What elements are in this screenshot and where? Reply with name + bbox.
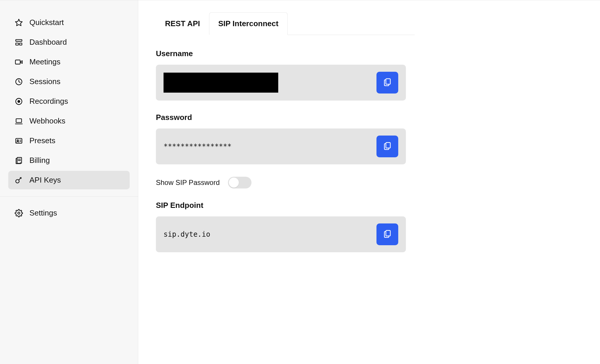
copy-icon (383, 229, 392, 240)
copy-icon (383, 141, 392, 152)
key-icon (15, 176, 23, 184)
sidebar-main-group: Quickstart Dashboard Meetings Sessions R (0, 9, 138, 193)
password-block: **************** (156, 128, 406, 164)
svg-rect-2 (16, 43, 19, 45)
tab-sip-interconnect[interactable]: SIP Interconnect (209, 12, 288, 35)
sidebar-item-dashboard[interactable]: Dashboard (8, 33, 130, 51)
star-icon (15, 19, 23, 27)
sidebar-item-webhooks[interactable]: Webhooks (8, 112, 130, 130)
record-icon (15, 97, 23, 106)
password-value: **************** (164, 142, 231, 151)
show-password-row: Show SIP Password (156, 177, 582, 188)
sidebar-item-label: Settings (29, 208, 57, 218)
sidebar-item-meetings[interactable]: Meetings (8, 53, 130, 71)
sidebar-item-label: Billing (29, 156, 50, 165)
tabs: REST API SIP Interconnect (156, 12, 415, 35)
sidebar-footer-group: Settings (0, 200, 138, 226)
laptop-icon (15, 117, 23, 125)
svg-rect-21 (386, 143, 390, 148)
username-label: Username (156, 49, 582, 58)
sidebar-item-presets[interactable]: Presets (8, 131, 130, 150)
password-label: Password (156, 113, 582, 122)
copy-endpoint-button[interactable] (376, 223, 398, 245)
clock-icon (15, 78, 23, 86)
sidebar-item-quickstart[interactable]: Quickstart (8, 13, 130, 32)
sidebar-item-label: Presets (29, 136, 55, 145)
billing-icon (15, 156, 23, 165)
svg-point-8 (17, 100, 20, 103)
sidebar-item-sessions[interactable]: Sessions (8, 72, 130, 91)
sidebar-item-label: Quickstart (29, 18, 64, 27)
endpoint-value: sip.dyte.io (164, 230, 210, 238)
grid-icon (15, 38, 23, 46)
show-password-label: Show SIP Password (156, 178, 220, 187)
sidebar-item-label: Dashboard (29, 38, 67, 47)
main-content: REST API SIP Interconnect Username Passw… (138, 0, 600, 364)
sidebar-item-label: Sessions (29, 77, 61, 86)
username-value (164, 73, 278, 93)
show-password-toggle[interactable] (228, 177, 251, 188)
sidebar-item-label: Meetings (29, 57, 61, 66)
sidebar-item-settings[interactable]: Settings (8, 204, 130, 222)
video-icon (15, 58, 23, 66)
id-icon (15, 137, 23, 145)
sidebar-divider (0, 196, 138, 197)
svg-point-19 (18, 212, 20, 214)
copy-password-button[interactable] (376, 136, 398, 157)
tab-rest-api[interactable]: REST API (156, 12, 209, 35)
copy-icon (383, 77, 392, 88)
svg-marker-0 (15, 19, 22, 26)
svg-rect-20 (386, 79, 390, 84)
svg-rect-4 (15, 60, 20, 64)
gear-icon (15, 209, 23, 217)
sidebar-item-label: Recordings (29, 97, 68, 106)
sidebar-item-label: Webhooks (29, 116, 65, 126)
copy-username-button[interactable] (376, 72, 398, 93)
sidebar-item-recordings[interactable]: Recordings (8, 92, 130, 111)
sidebar-item-api-keys[interactable]: API Keys (8, 171, 130, 189)
svg-point-12 (17, 140, 19, 141)
svg-rect-22 (386, 231, 390, 236)
sidebar-item-label: API Keys (29, 176, 61, 185)
svg-rect-3 (19, 43, 22, 45)
sidebar-item-billing[interactable]: Billing (8, 151, 130, 170)
endpoint-label: SIP Endpoint (156, 201, 582, 210)
sidebar: Quickstart Dashboard Meetings Sessions R (0, 0, 138, 364)
endpoint-block: sip.dyte.io (156, 216, 406, 252)
toggle-knob (229, 178, 239, 188)
svg-rect-9 (16, 118, 22, 122)
username-block (156, 65, 406, 101)
svg-rect-1 (16, 39, 22, 41)
